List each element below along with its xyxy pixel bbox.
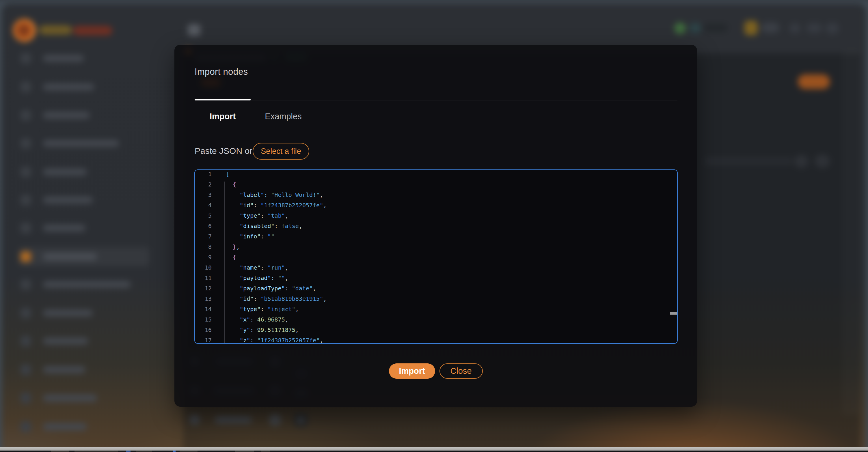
tab-examples[interactable]: Examples [251, 112, 316, 121]
taskbar-sliver [0, 447, 868, 452]
code-line[interactable]: { [226, 254, 677, 264]
taskbar-fragment [74, 451, 118, 452]
line-number: 12 [195, 285, 212, 295]
code-line[interactable]: "info": "" [226, 233, 677, 243]
line-number: 16 [195, 326, 212, 337]
line-number: 2 [195, 181, 212, 191]
code-line[interactable]: "disabled": false, [226, 223, 677, 233]
taskbar-fragment [180, 451, 197, 452]
tab-bar: Import Examples [195, 112, 316, 121]
import-button[interactable]: Import [389, 363, 435, 379]
code-line[interactable]: "type": "tab", [226, 212, 677, 223]
code-line[interactable]: "payload": "", [226, 275, 677, 285]
code-line[interactable]: }, [226, 243, 677, 254]
taskbar-light-band [0, 447, 868, 451]
code-line[interactable]: "z": "1f24387b252057fe", [226, 337, 677, 344]
line-number: 8 [195, 243, 212, 254]
code-line[interactable]: [ [226, 170, 677, 181]
json-code-editor[interactable]: 1234567891011121314151617 [ { "label": "… [194, 169, 678, 344]
line-number: 10 [195, 264, 212, 275]
taskbar-fragment [136, 451, 152, 452]
line-number: 17 [195, 337, 212, 344]
dialog-title: Import nodes [195, 67, 248, 77]
line-number: 6 [195, 223, 212, 233]
tab-import[interactable]: Import [195, 112, 251, 121]
line-number: 9 [195, 254, 212, 264]
dialog-footer: Import Close [175, 363, 697, 379]
import-nodes-dialog: Import nodes Import Examples Paste JSON … [175, 45, 697, 407]
taskbar-fragment [51, 451, 69, 452]
editor-scrollbar-thumb[interactable] [670, 312, 678, 315]
taskbar-dark-band [0, 451, 868, 452]
close-button[interactable]: Close [439, 363, 483, 379]
paste-json-prompt: Paste JSON or [195, 146, 252, 156]
taskbar-fragment [235, 451, 254, 452]
code-line[interactable]: "id": "b51ab819b83e1915", [226, 295, 677, 306]
line-number: 7 [195, 233, 212, 243]
code-line[interactable]: "y": 99.51171875, [226, 326, 677, 337]
code-line[interactable]: "name": "run", [226, 264, 677, 275]
code-line[interactable]: { [226, 181, 677, 191]
line-number: 4 [195, 202, 212, 212]
active-tab-indicator [195, 99, 251, 100]
code-line[interactable]: "type": "inject", [226, 306, 677, 316]
select-file-button[interactable]: Select a file [253, 143, 309, 160]
line-number: 1 [195, 170, 212, 181]
line-number: 15 [195, 316, 212, 326]
screen: Import nodes Import Examples Paste JSON … [0, 0, 868, 452]
line-number: 3 [195, 191, 212, 202]
line-number: 14 [195, 306, 212, 316]
code-line[interactable]: "payloadType": "date", [226, 285, 677, 295]
code-line[interactable]: "x": 46.96875, [226, 316, 677, 326]
editor-gutter: 1234567891011121314151617 [195, 170, 212, 344]
editor-code[interactable]: [ { "label": "Hello World!", "id": "1f24… [226, 170, 677, 344]
line-number: 5 [195, 212, 212, 223]
taskbar-fragment [173, 451, 176, 452]
code-line[interactable]: "id": "1f24387b252057fe", [226, 202, 677, 212]
taskbar-fragment [261, 451, 270, 452]
code-line[interactable]: "label": "Hello World!", [226, 191, 677, 202]
tabs-divider [195, 100, 677, 100]
taskbar-fragment [126, 451, 130, 452]
line-number: 13 [195, 295, 212, 306]
line-number: 11 [195, 275, 212, 285]
indent-guide [224, 182, 225, 343]
